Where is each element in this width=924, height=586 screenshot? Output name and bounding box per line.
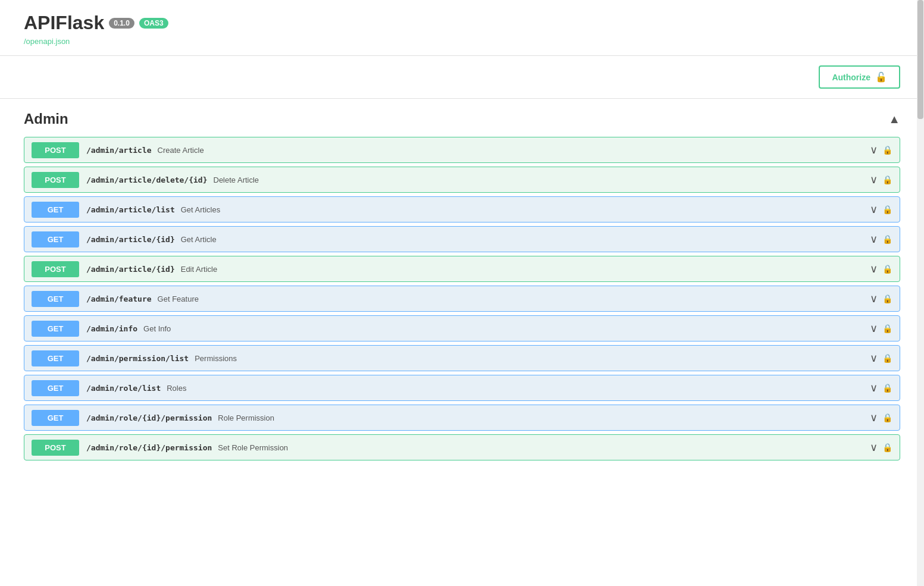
endpoint-description: Roles <box>167 384 870 393</box>
endpoint-path: /admin/role/{id}/permission <box>86 413 212 422</box>
method-badge: POST <box>32 142 79 158</box>
endpoint-row[interactable]: POST/admin/articleCreate Article∨🔒 <box>24 137 900 163</box>
endpoint-description: Get Info <box>143 324 870 333</box>
lock-icon: 🔒 <box>882 205 892 214</box>
authorize-label: Authorize <box>832 73 870 82</box>
chevron-down-icon[interactable]: ∨ <box>870 233 878 246</box>
endpoint-row[interactable]: GET/admin/role/listRoles∨🔒 <box>24 375 900 401</box>
chevron-down-icon[interactable]: ∨ <box>870 411 878 424</box>
app-title-row: APIFlask 0.1.0 OAS3 <box>24 12 900 34</box>
section-header: Admin ▲ <box>24 111 900 127</box>
endpoint-description: Edit Article <box>181 265 870 274</box>
method-badge: POST <box>32 261 79 277</box>
page-header: APIFlask 0.1.0 OAS3 /openapi.json <box>0 0 924 56</box>
endpoint-row[interactable]: GET/admin/permission/listPermissions∨🔒 <box>24 345 900 371</box>
endpoint-actions: ∨🔒 <box>870 411 900 424</box>
chevron-down-icon[interactable]: ∨ <box>870 322 878 335</box>
endpoint-description: Set Role Permission <box>218 443 870 452</box>
lock-icon: 🔒 <box>882 145 892 155</box>
lock-icon: 🔒 <box>882 175 892 184</box>
section-title: Admin <box>24 111 68 127</box>
lock-icon: 🔒 <box>882 443 892 452</box>
endpoint-row[interactable]: GET/admin/featureGet Feature∨🔒 <box>24 286 900 312</box>
endpoint-description: Get Articles <box>181 205 870 214</box>
method-badge: GET <box>32 350 79 366</box>
chevron-down-icon[interactable]: ∨ <box>870 441 878 454</box>
endpoint-actions: ∨🔒 <box>870 352 900 365</box>
app-title: APIFlask <box>24 12 104 34</box>
endpoint-row[interactable]: POST/admin/article/{id}Edit Article∨🔒 <box>24 256 900 282</box>
chevron-down-icon[interactable]: ∨ <box>870 352 878 365</box>
endpoint-actions: ∨🔒 <box>870 143 900 156</box>
endpoint-description: Get Article <box>181 235 870 244</box>
endpoint-actions: ∨🔒 <box>870 322 900 335</box>
lock-icon: 🔒 <box>882 353 892 363</box>
endpoint-path: /admin/article/list <box>86 205 175 214</box>
method-badge: GET <box>32 410 79 426</box>
main-content: Admin ▲ POST/admin/articleCreate Article… <box>0 99 924 472</box>
method-badge: POST <box>32 172 79 188</box>
endpoint-actions: ∨🔒 <box>870 292 900 305</box>
method-badge: GET <box>32 321 79 337</box>
endpoint-description: Delete Article <box>214 176 870 184</box>
lock-icon: 🔒 <box>882 413 892 422</box>
endpoint-path: /admin/role/{id}/permission <box>86 443 212 452</box>
endpoint-row[interactable]: GET/admin/article/{id}Get Article∨🔒 <box>24 226 900 252</box>
method-badge: GET <box>32 231 79 247</box>
version-badge: 0.1.0 <box>109 18 134 29</box>
method-badge: POST <box>32 440 79 456</box>
chevron-down-icon[interactable]: ∨ <box>870 381 878 394</box>
endpoint-description: Get Feature <box>158 294 870 303</box>
endpoint-actions: ∨🔒 <box>870 381 900 394</box>
method-badge: GET <box>32 202 79 218</box>
chevron-down-icon[interactable]: ∨ <box>870 173 878 186</box>
chevron-down-icon[interactable]: ∨ <box>870 203 878 216</box>
lock-icon: 🔒 <box>882 324 892 333</box>
endpoint-actions: ∨🔒 <box>870 262 900 275</box>
openapi-link[interactable]: /openapi.json <box>24 37 70 46</box>
endpoint-row[interactable]: GET/admin/infoGet Info∨🔒 <box>24 315 900 341</box>
chevron-down-icon[interactable]: ∨ <box>870 262 878 275</box>
toolbar: Authorize 🔓 <box>0 56 924 99</box>
chevron-down-icon[interactable]: ∨ <box>870 292 878 305</box>
endpoint-actions: ∨🔒 <box>870 233 900 246</box>
endpoint-description: Permissions <box>195 354 870 363</box>
scrollbar-thumb[interactable] <box>917 0 923 119</box>
lock-icon: 🔓 <box>875 71 887 83</box>
endpoint-path: /admin/article/{id} <box>86 235 175 244</box>
endpoint-row[interactable]: POST/admin/article/delete/{id}Delete Art… <box>24 167 900 193</box>
lock-icon: 🔒 <box>882 264 892 274</box>
endpoint-path: /admin/article/{id} <box>86 265 175 274</box>
oas-badge: OAS3 <box>139 18 168 29</box>
endpoint-description: Role Permission <box>218 413 870 422</box>
endpoint-path: /admin/feature <box>86 294 152 303</box>
endpoint-actions: ∨🔒 <box>870 173 900 186</box>
endpoints-list: POST/admin/articleCreate Article∨🔒POST/a… <box>24 137 900 460</box>
chevron-down-icon[interactable]: ∨ <box>870 143 878 156</box>
method-badge: GET <box>32 291 79 307</box>
endpoint-path: /admin/info <box>86 324 137 333</box>
endpoint-description: Create Article <box>158 146 870 155</box>
endpoint-row[interactable]: POST/admin/role/{id}/permissionSet Role … <box>24 434 900 460</box>
endpoint-actions: ∨🔒 <box>870 441 900 454</box>
method-badge: GET <box>32 380 79 396</box>
collapse-icon[interactable]: ▲ <box>888 112 900 126</box>
endpoint-row[interactable]: GET/admin/role/{id}/permissionRole Permi… <box>24 405 900 431</box>
endpoint-path: /admin/article/delete/{id} <box>86 176 208 184</box>
scrollbar-track[interactable] <box>917 0 924 472</box>
endpoint-row[interactable]: GET/admin/article/listGet Articles∨🔒 <box>24 196 900 223</box>
authorize-button[interactable]: Authorize 🔓 <box>819 65 900 89</box>
lock-icon: 🔒 <box>882 294 892 303</box>
endpoint-path: /admin/permission/list <box>86 354 189 363</box>
endpoint-path: /admin/role/list <box>86 384 161 393</box>
lock-icon: 🔒 <box>882 383 892 393</box>
endpoint-path: /admin/article <box>86 146 152 155</box>
lock-icon: 🔒 <box>882 234 892 244</box>
endpoint-actions: ∨🔒 <box>870 203 900 216</box>
